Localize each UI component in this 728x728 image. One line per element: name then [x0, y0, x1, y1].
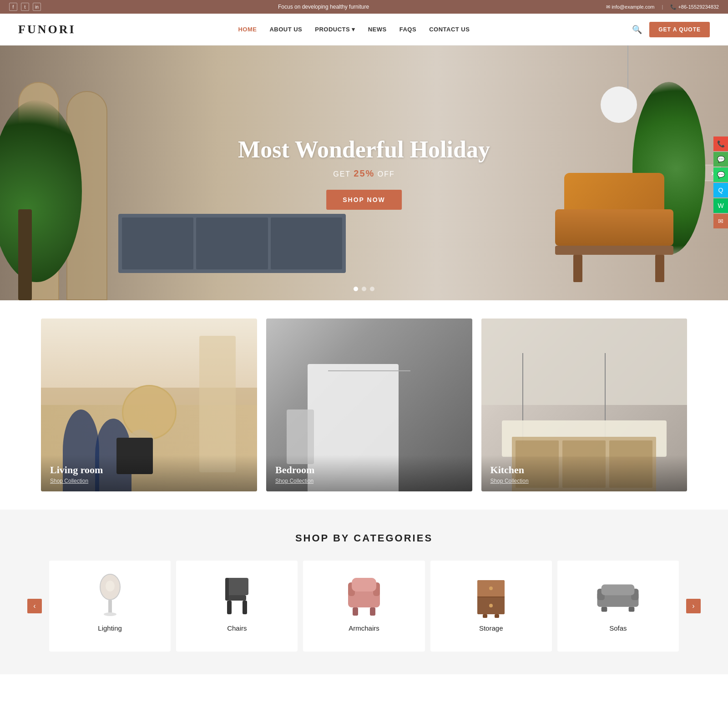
collection-card-living-room[interactable]: Living room Shop Collection — [41, 318, 257, 491]
qq-side-button[interactable]: Q — [713, 183, 728, 197]
living-room-link[interactable]: Shop Collection — [50, 478, 248, 484]
whatsapp-side-button[interactable]: 💬 — [713, 167, 728, 182]
hero-dots — [354, 287, 374, 291]
nav-news[interactable]: NEWS — [368, 26, 387, 33]
svg-rect-22 — [495, 614, 499, 618]
hero-dot-1[interactable] — [354, 287, 358, 291]
svg-rect-4 — [226, 578, 248, 595]
svg-rect-6 — [227, 601, 232, 614]
collections-section: Living room Shop Collection Bedroom Shop… — [0, 300, 728, 510]
wechat-small-side-button[interactable]: 💬 — [713, 152, 728, 167]
armchairs-label: Armchairs — [349, 624, 379, 632]
living-room-title: Living room — [50, 464, 248, 476]
hero-dot-2[interactable] — [362, 287, 366, 291]
categories-title: SHOP BY CATEGORIES — [27, 532, 701, 544]
svg-rect-13 — [353, 607, 358, 616]
nav-home[interactable]: HOME — [238, 26, 257, 33]
hero-armchair — [564, 173, 673, 282]
categories-section: SHOP BY CATEGORIES ‹ Lighting — [0, 510, 728, 674]
topbar-phone: 📞 +86-15529234832 — [670, 4, 719, 10]
nav-faqs[interactable]: FAQS — [399, 26, 416, 33]
svg-point-19 — [489, 586, 493, 590]
kitchen-title: Kitchen — [490, 464, 678, 476]
email-side-button[interactable]: ✉ — [713, 214, 728, 228]
sofas-icon — [595, 573, 641, 619]
twitter-icon[interactable]: t — [21, 3, 29, 11]
nav-contact[interactable]: CONTACT US — [429, 26, 470, 33]
storage-label: Storage — [479, 624, 503, 632]
topbar-email: ✉ info@example.com — [606, 4, 654, 10]
collection-card-kitchen[interactable]: Kitchen Shop Collection — [481, 318, 687, 491]
categories-grid: Lighting Chairs — [49, 561, 679, 652]
bedroom-overlay: Bedroom Shop Collection — [266, 455, 472, 491]
instagram-icon[interactable]: in — [33, 3, 41, 11]
nav-links: HOME ABOUT US PRODUCTS ▾ NEWS FAQS CONTA… — [238, 26, 470, 33]
living-room-overlay: Living room Shop Collection — [41, 455, 257, 491]
hero-lamp — [618, 46, 637, 123]
svg-rect-21 — [483, 614, 487, 618]
svg-rect-1 — [108, 600, 112, 613]
topbar-tagline: Focus on developing healthy furniture — [41, 4, 606, 10]
facebook-icon[interactable]: f — [9, 3, 17, 11]
lighting-icon — [87, 573, 133, 619]
hero-title: Most Wonderful Holiday — [238, 136, 490, 163]
category-card-armchairs[interactable]: Armchairs — [303, 561, 425, 652]
top-bar: f t in Focus on developing healthy furni… — [0, 0, 728, 14]
hero-content: Most Wonderful Holiday GET 25% OFF SHOP … — [238, 136, 490, 210]
wechat-side-button[interactable]: W — [713, 198, 728, 213]
svg-rect-14 — [370, 607, 375, 616]
carousel-next-arrow[interactable]: › — [686, 599, 701, 613]
svg-rect-12 — [352, 578, 376, 592]
kitchen-overlay: Kitchen Shop Collection — [481, 455, 687, 491]
svg-rect-5 — [228, 595, 246, 601]
social-icons: f t in — [9, 3, 41, 11]
category-card-storage[interactable]: Storage — [430, 561, 552, 652]
topbar-contact: ✉ info@example.com | 📞 +86-15529234832 — [606, 4, 719, 10]
logo[interactable]: FUNORI — [18, 23, 76, 36]
nav-right: 🔍 GET A QUOTE — [632, 22, 710, 37]
kitchen-link[interactable]: Shop Collection — [490, 478, 678, 484]
chairs-icon — [214, 573, 260, 619]
nav-products[interactable]: PRODUCTS ▾ — [315, 26, 355, 33]
chevron-down-icon: ▾ — [352, 26, 355, 33]
bedroom-title: Bedroom — [275, 464, 463, 476]
svg-rect-27 — [602, 607, 607, 612]
nav-about[interactable]: ABOUT US — [269, 26, 302, 33]
hero-subtitle: GET 25% OFF — [238, 168, 490, 179]
collection-card-bedroom[interactable]: Bedroom Shop Collection — [266, 318, 472, 491]
get-quote-button[interactable]: GET A QUOTE — [649, 22, 710, 37]
side-buttons: 📞 💬 💬 Q W ✉ — [713, 136, 728, 228]
shop-now-button[interactable]: SHOP NOW — [326, 190, 402, 210]
hero-discount: 25% — [354, 168, 374, 178]
sofas-label: Sofas — [609, 624, 627, 632]
storage-icon — [468, 573, 514, 619]
category-card-chairs[interactable]: Chairs — [176, 561, 298, 652]
svg-rect-7 — [243, 601, 247, 614]
phone-side-button[interactable]: 📞 — [713, 136, 728, 151]
armchairs-icon — [341, 573, 387, 619]
category-card-lighting[interactable]: Lighting — [49, 561, 171, 652]
categories-carousel: ‹ Lighting — [27, 561, 701, 652]
carousel-prev-arrow[interactable]: ‹ — [27, 599, 42, 613]
svg-rect-26 — [602, 585, 635, 596]
svg-rect-28 — [629, 607, 635, 612]
svg-rect-8 — [225, 578, 229, 601]
svg-point-3 — [106, 581, 115, 592]
svg-point-2 — [104, 612, 116, 616]
category-card-sofas[interactable]: Sofas — [557, 561, 679, 652]
bedroom-link[interactable]: Shop Collection — [275, 478, 463, 484]
hero-sideboard — [118, 214, 346, 273]
navbar: FUNORI HOME ABOUT US PRODUCTS ▾ NEWS FAQ… — [0, 14, 728, 46]
hero-section: Most Wonderful Holiday GET 25% OFF SHOP … — [0, 46, 728, 300]
hero-dot-3[interactable] — [370, 287, 374, 291]
svg-point-20 — [489, 604, 493, 607]
chairs-label: Chairs — [227, 624, 247, 632]
hero-plant-left — [0, 64, 118, 300]
search-icon[interactable]: 🔍 — [632, 25, 642, 35]
lighting-label: Lighting — [98, 624, 122, 632]
